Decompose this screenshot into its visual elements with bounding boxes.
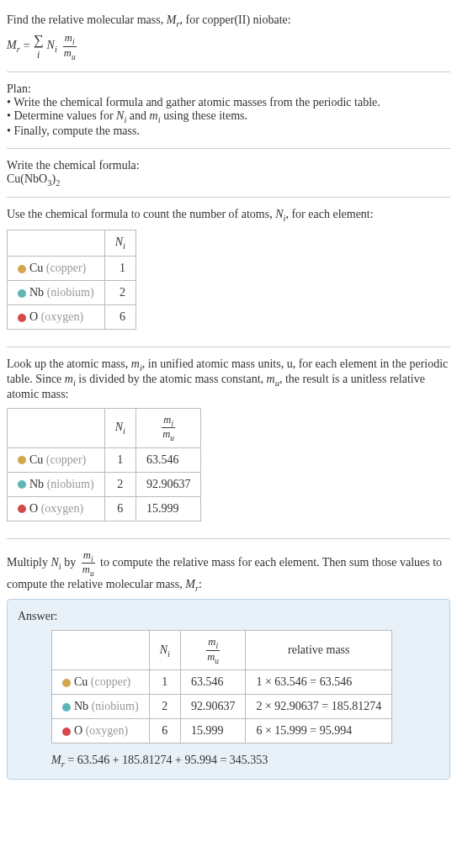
ni-term: Ni bbox=[47, 39, 57, 54]
element-symbol: O bbox=[29, 502, 38, 515]
answer-header-ni: Ni bbox=[149, 631, 180, 670]
table-row: Cu (copper) 1 63.546 1 × 63.546 = 63.546 bbox=[52, 670, 392, 695]
chemical-formula: Cu(NbO3)2 bbox=[7, 172, 450, 188]
table2-header-mimu: mi mu bbox=[136, 408, 201, 447]
lookup-text: Look up the atomic mass, mi, in unified … bbox=[7, 357, 450, 401]
sigma-symbol: ∑ i bbox=[34, 32, 44, 61]
answer-header-mimu: mi mu bbox=[180, 631, 246, 670]
rel-value: 2 × 92.90637 = 185.81274 bbox=[246, 695, 392, 719]
m-value: 63.546 bbox=[136, 447, 201, 472]
answer-box: Answer: Ni mi mu relative mass Cu (coppe… bbox=[7, 599, 450, 780]
main-equation: Mr = ∑ i Ni mi mu bbox=[7, 32, 450, 61]
element-symbol: Nb bbox=[29, 478, 44, 490]
element-symbol: Cu bbox=[29, 262, 43, 274]
element-dot-icon bbox=[18, 456, 26, 464]
rel-value: 1 × 63.546 = 63.546 bbox=[246, 670, 392, 695]
n-value: 2 bbox=[149, 695, 180, 719]
answer-header-rel: relative mass bbox=[246, 631, 392, 670]
element-dot-icon bbox=[62, 679, 71, 687]
element-name: (niobium) bbox=[47, 286, 94, 299]
final-result: Mr = 63.546 + 185.81274 + 95.994 = 345.3… bbox=[51, 754, 439, 769]
count-intro: Use the chemical formula to count the nu… bbox=[7, 208, 450, 223]
plan-section: Plan: Write the chemical formula and gat… bbox=[7, 76, 450, 145]
element-dot-icon bbox=[18, 480, 26, 489]
intro-line1: Find the relative molecular mass, bbox=[7, 13, 167, 26]
element-name: (copper) bbox=[46, 262, 86, 274]
n-value: 1 bbox=[104, 447, 136, 472]
plan-title: Plan: bbox=[7, 82, 450, 96]
element-dot-icon bbox=[62, 728, 71, 736]
element-dot-icon bbox=[18, 505, 26, 513]
element-name: (copper) bbox=[46, 453, 86, 466]
table-row: O (oxygen) 6 15.999 6 × 15.999 = 95.994 bbox=[52, 719, 392, 744]
n-value: 2 bbox=[104, 280, 136, 304]
n-value: 6 bbox=[149, 719, 180, 744]
element-symbol: Cu bbox=[74, 675, 88, 688]
table-row: O (oxygen) 6 15.999 bbox=[8, 496, 201, 521]
element-name: (copper) bbox=[91, 675, 130, 688]
element-name: (oxygen) bbox=[41, 502, 84, 515]
mi-mu-fraction: mi mu bbox=[62, 32, 77, 61]
answer-title: Answer: bbox=[18, 610, 439, 623]
element-name: (niobium) bbox=[47, 478, 94, 490]
table-row: Nb (niobium) 2 92.90637 2 × 92.90637 = 1… bbox=[52, 695, 392, 719]
m-value: 92.90637 bbox=[180, 695, 246, 719]
intro-section: Find the relative molecular mass, Mr, fo… bbox=[7, 7, 450, 68]
table1-header-ni: Ni bbox=[104, 230, 136, 257]
formula-section: Write the chemical formula: Cu(NbO3)2 bbox=[7, 152, 450, 194]
plan-item-3: Finally, compute the mass. bbox=[7, 124, 450, 138]
n-value: 6 bbox=[104, 496, 136, 521]
table-row: Cu (copper) 1 63.546 bbox=[8, 447, 201, 472]
element-symbol: Nb bbox=[74, 700, 88, 712]
intro-line1b: , for copper(II) niobate: bbox=[180, 13, 291, 26]
n-value: 2 bbox=[104, 472, 136, 496]
n-value: 1 bbox=[149, 670, 180, 695]
element-symbol: O bbox=[29, 310, 38, 323]
table-row: Nb (niobium) 2 bbox=[8, 280, 136, 304]
m-value: 15.999 bbox=[180, 719, 246, 744]
element-dot-icon bbox=[18, 265, 26, 273]
element-name: (oxygen) bbox=[86, 724, 129, 737]
m-value: 63.546 bbox=[180, 670, 246, 695]
divider bbox=[7, 538, 450, 539]
multiply-section: Multiply Ni by mimu to compute the relat… bbox=[7, 542, 450, 787]
m-value: 15.999 bbox=[136, 496, 201, 521]
multiply-text: Multiply Ni by mimu to compute the relat… bbox=[7, 549, 450, 593]
mr-lhs: Mr bbox=[7, 39, 20, 54]
n-value: 1 bbox=[104, 256, 136, 280]
plan-item-2: Determine values for Ni and mi using the… bbox=[7, 109, 450, 124]
element-dot-icon bbox=[62, 703, 71, 712]
rel-value: 6 × 15.999 = 95.994 bbox=[246, 719, 392, 744]
table1-header-element bbox=[8, 230, 105, 257]
formula-title: Write the chemical formula: bbox=[7, 159, 450, 172]
m-value: 92.90637 bbox=[136, 472, 201, 496]
plan-list: Write the chemical formula and gather at… bbox=[7, 96, 450, 138]
equals-sign: = bbox=[24, 40, 30, 53]
divider bbox=[7, 71, 450, 72]
divider bbox=[7, 148, 450, 149]
divider bbox=[7, 197, 450, 198]
n-value: 6 bbox=[104, 304, 136, 329]
table-row: Nb (niobium) 2 92.90637 bbox=[8, 472, 201, 496]
element-dot-icon bbox=[18, 289, 26, 298]
element-name: (oxygen) bbox=[41, 310, 84, 323]
table-1: Ni Cu (copper) 1 Nb (niobium) 2 O (oxyge… bbox=[7, 230, 136, 330]
intro-text: Find the relative molecular mass, Mr, fo… bbox=[7, 13, 450, 29]
table-row: O (oxygen) 6 bbox=[8, 304, 136, 329]
mr-symbol: Mr bbox=[167, 13, 180, 26]
element-symbol: Nb bbox=[29, 286, 44, 299]
table-2: Ni mi mu Cu (copper) 1 63.546 Nb (niobiu… bbox=[7, 408, 201, 521]
answer-table: Ni mi mu relative mass Cu (copper) 1 63.… bbox=[51, 630, 392, 744]
plan-item-1: Write the chemical formula and gather at… bbox=[7, 96, 450, 109]
count-section: Use the chemical formula to count the nu… bbox=[7, 201, 450, 343]
table2-header-element bbox=[8, 408, 105, 447]
lookup-section: Look up the atomic mass, mi, in unified … bbox=[7, 351, 450, 535]
answer-header-element bbox=[52, 631, 150, 670]
element-name: (niobium) bbox=[92, 700, 139, 712]
element-symbol: Cu bbox=[29, 453, 43, 466]
divider bbox=[7, 347, 450, 347]
table2-header-ni: Ni bbox=[104, 408, 136, 447]
element-symbol: O bbox=[74, 724, 82, 737]
element-dot-icon bbox=[18, 314, 26, 322]
table-row: Cu (copper) 1 bbox=[8, 256, 136, 280]
